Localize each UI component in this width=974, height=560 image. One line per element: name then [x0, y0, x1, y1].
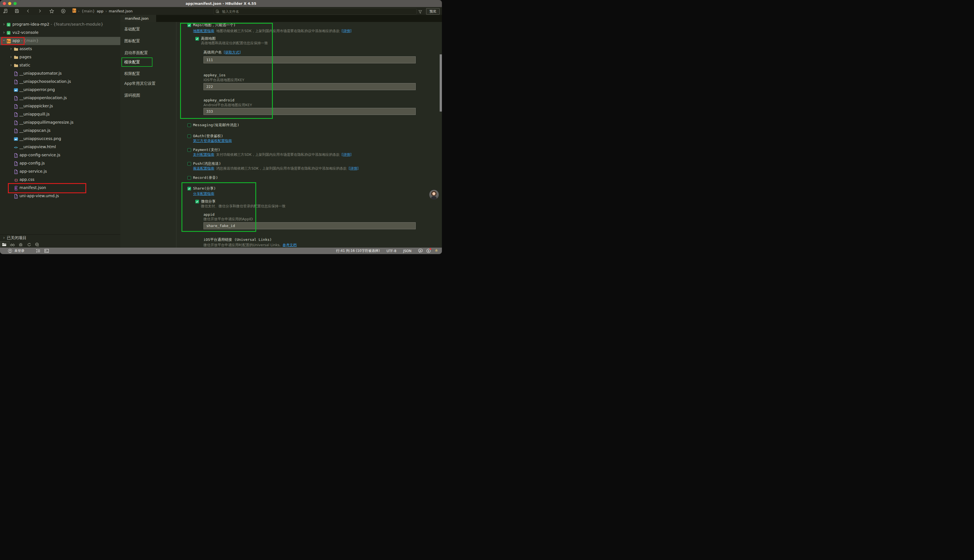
chevron-right-icon[interactable]: › [9, 46, 13, 51]
messaging-checkbox[interactable] [187, 123, 191, 127]
sync-icon[interactable] [27, 242, 31, 247]
chevron-right-icon[interactable]: › [2, 30, 6, 35]
amap-checkbox[interactable] [195, 37, 199, 40]
amap-user-input[interactable] [203, 56, 416, 63]
amap-user-label: 高德用户名 [203, 50, 222, 55]
tree-item-__uniappquillimageresize.js[interactable]: J__uniappquillimageresize.js [0, 118, 120, 127]
push-guide-link[interactable]: 推送配置指南 [193, 166, 214, 171]
tree-item-__uniappview.html[interactable]: <>__uniappview.html [0, 143, 120, 151]
forward-icon[interactable] [37, 8, 43, 14]
save-icon[interactable] [14, 8, 20, 14]
search-input[interactable] [222, 9, 392, 14]
config-nav-item-4[interactable]: 模块配置 [124, 59, 140, 65]
filter-funnel-icon[interactable] [417, 9, 423, 15]
tree-item-app[interactable]: ›5+app - {main} [0, 37, 120, 45]
search-binoculars-icon[interactable] [10, 242, 15, 247]
oauth-guide-link[interactable]: 第三方登录鉴权配置指南 [193, 138, 232, 143]
back-icon[interactable] [25, 8, 31, 14]
chevron-right-icon[interactable]: › [2, 235, 6, 240]
terminal-icon[interactable] [45, 249, 49, 253]
share-title: Share(分享) [193, 186, 216, 191]
scrollbar-thumb[interactable] [440, 54, 442, 112]
wechat-share-title: 微信分享 [201, 199, 215, 204]
outline-list-icon[interactable] [36, 249, 40, 253]
cursor-position-label[interactable]: 行:41 列:16 (10字符被选择) [336, 248, 380, 253]
chevron-right-icon[interactable]: › [2, 22, 6, 27]
folder-panel-icon[interactable] [2, 242, 7, 247]
encoding-label[interactable]: UTF-8 [386, 249, 396, 253]
tree-item-__uniappopenlocation.js[interactable]: J__uniappopenlocation.js [0, 94, 120, 102]
preview-button[interactable]: 预览 [426, 8, 440, 15]
push-detail-link[interactable]: [详情] [349, 166, 359, 171]
feedback-bubble-icon[interactable]: u [418, 249, 423, 253]
tree-item-__uniappautomator.js[interactable]: J__uniappautomator.js [0, 70, 120, 78]
bookmark-star-icon[interactable] [49, 8, 54, 14]
svg-text:J: J [15, 123, 17, 125]
notification-bell-icon[interactable] [434, 249, 439, 253]
user-account-icon[interactable] [8, 249, 12, 253]
oauth-checkbox[interactable] [187, 134, 191, 138]
chevron-right-icon[interactable]: › [9, 63, 13, 68]
file-search-box[interactable] [213, 8, 417, 15]
tab-manifest-json[interactable]: manifest.json [120, 15, 156, 22]
closed-projects-row[interactable]: › 已关闭项目 [0, 234, 120, 242]
appkey-ios-desc: iOS平台高德地图应用KEY [203, 78, 244, 83]
tree-item-vu2-vconsole[interactable]: ›uvu2-vconsole [0, 29, 120, 37]
push-checkbox[interactable] [187, 162, 191, 166]
tree-item-app.css[interactable]: {}app.css [0, 176, 120, 184]
maps-checkbox[interactable] [187, 23, 191, 27]
svg-text:J: J [15, 73, 17, 76]
chevron-right-icon[interactable]: › [9, 54, 13, 60]
record-checkbox[interactable] [187, 176, 191, 180]
language-mode-label[interactable]: JSON [403, 249, 412, 253]
tree-item-__uniappsuccess.png[interactable]: __uniappsuccess.png [0, 135, 120, 143]
share-checkbox[interactable] [187, 187, 191, 190]
push-desc: 消息推送功能依赖三方SDK，上架到国内应用市场需要在隐私协议中添加相应的条款 [216, 166, 347, 171]
tree-item-app-config.js[interactable]: Japp-config.js [0, 160, 120, 168]
maps-detail-link[interactable]: [详情] [342, 29, 352, 33]
amap-user-howto-link[interactable]: [获取方式] [224, 50, 241, 55]
run-icon[interactable] [60, 8, 66, 14]
tree-item-__uniapperror.png[interactable]: __uniapperror.png [0, 86, 120, 94]
tree-item-program-idea-mp2[interactable]: ›uprogram-idea-mp2 - {feature/search-mod… [0, 20, 120, 29]
tree-item-label: __uniapperror.png [20, 87, 55, 92]
config-nav-item-1[interactable]: 基础配置 [124, 26, 140, 32]
globe-cloud-icon[interactable] [35, 242, 40, 247]
tree-item-app-service.js[interactable]: Japp-service.js [0, 168, 120, 176]
tree-item-__uniappscan.js[interactable]: J__uniappscan.js [0, 127, 120, 135]
appid-input[interactable] [203, 222, 416, 229]
config-nav-item-7[interactable]: 源码视图 [124, 92, 140, 98]
wechat-share-checkbox[interactable] [195, 200, 199, 203]
tree-item-uni-app-view.umd.js[interactable]: Juni-app-view.umd.js [0, 192, 120, 200]
tree-item-__uniapppicker.js[interactable]: J__uniapppicker.js [0, 102, 120, 110]
breadcrumb-project[interactable]: app [97, 9, 103, 13]
tree-item-manifest.json[interactable]: manifest.json [0, 184, 120, 192]
new-file-icon[interactable] [3, 8, 8, 14]
config-nav-item-5[interactable]: 权限配置 [124, 70, 140, 77]
payment-guide-link[interactable]: 支付配置指南 [193, 152, 214, 157]
breadcrumb-branch[interactable]: {main} [82, 9, 95, 13]
tree-item-pages[interactable]: ›pages [0, 53, 120, 62]
debug-bug-icon[interactable] [18, 242, 23, 247]
config-nav-item-3[interactable]: 启动界面配置 [124, 50, 148, 56]
payment-detail-link[interactable]: [详情] [342, 152, 352, 157]
breadcrumb-file[interactable]: manifest.json [109, 9, 132, 13]
appkey-ios-input[interactable] [203, 83, 416, 90]
tree-item-__uniappquill.js[interactable]: J__uniappquill.js [0, 110, 120, 118]
config-nav-item-6[interactable]: App常用其它设置 [124, 80, 155, 87]
appkey-android-input[interactable] [203, 108, 416, 115]
login-status-label[interactable]: 未登录 [14, 248, 25, 253]
tree-item-__uniappchooselocation.js[interactable]: J__uniappchooselocation.js [0, 78, 120, 86]
share-guide-link[interactable]: 分享配置指南 [193, 192, 214, 196]
config-nav-item-2[interactable]: 图标配置 [124, 38, 140, 44]
universal-links-doc-link[interactable]: 参考文档 [282, 243, 297, 248]
tree-item-assets[interactable]: ›assets [0, 45, 120, 53]
assistant-avatar[interactable] [429, 190, 439, 200]
tree-item-app-config-service.js[interactable]: Japp-config-service.js [0, 151, 120, 160]
tree-item-static[interactable]: ›static [0, 62, 120, 70]
chevron-down-icon[interactable]: › [2, 38, 7, 42]
payment-checkbox[interactable] [187, 148, 191, 152]
update-download-icon[interactable] [426, 249, 430, 253]
maps-guide-link[interactable]: 地图配置指南 [193, 29, 214, 33]
tree-item-label: __uniappautomator.js [20, 71, 62, 75]
